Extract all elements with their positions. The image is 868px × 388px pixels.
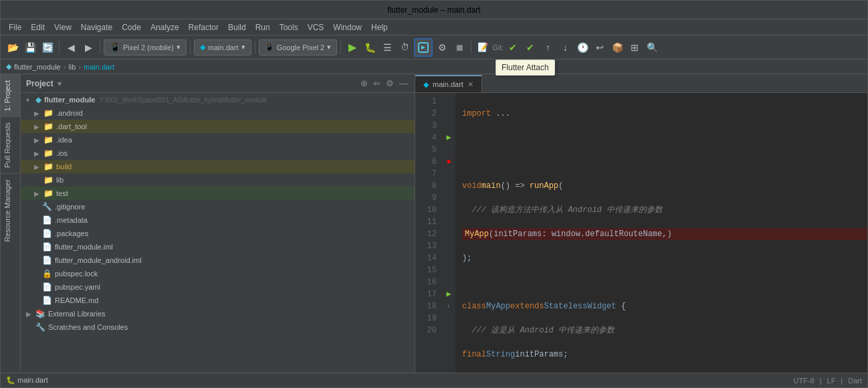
search-everywhere-icon[interactable]: 🔍 xyxy=(644,39,660,56)
line-num-17: 17 xyxy=(415,288,437,300)
menu-window[interactable]: Window xyxy=(329,21,366,33)
git-push-icon[interactable]: ↑ xyxy=(540,39,556,56)
file-selector[interactable]: ◆ main.dart ▾ xyxy=(194,39,251,56)
tree-arrow: ▶ xyxy=(34,110,42,117)
status-line-separator-2: | xyxy=(841,377,843,385)
tree-item-ios[interactable]: ▶ 📁 .ios xyxy=(21,147,415,160)
tree-label: flutter_module.iml xyxy=(55,243,113,251)
gutter-20 xyxy=(442,324,455,336)
coverage-button[interactable]: ☰ xyxy=(379,39,395,56)
line-num-6: 6 xyxy=(415,156,437,168)
collapse-all-icon[interactable]: ⇐ xyxy=(372,77,382,90)
menu-view[interactable]: View xyxy=(50,21,76,33)
tree-item-dart-tool[interactable]: ▶ 📁 .dart_tool xyxy=(21,120,415,133)
tree-item-metadata[interactable]: 📄 .metadata xyxy=(21,213,415,227)
status-line-endings[interactable]: LF xyxy=(827,377,836,385)
build-folder-icon: 📁 xyxy=(43,162,53,171)
tree-item-readme[interactable]: 📄 README.md xyxy=(21,294,415,307)
breadcrumb-part-3[interactable]: main.dart xyxy=(84,63,114,71)
gutter-6: ● xyxy=(442,156,455,168)
line-num-20: 20 xyxy=(415,324,437,336)
breadcrumb-part-2[interactable]: lib xyxy=(68,63,76,71)
menu-build[interactable]: Build xyxy=(224,21,250,33)
locate-file-icon[interactable]: ⊕ xyxy=(359,77,369,90)
tree-item-flutter-android-iml[interactable]: 📄 flutter_module_android.iml xyxy=(21,254,415,267)
tree-item-build[interactable]: ▶ 📁 build xyxy=(21,160,415,173)
profile-button[interactable]: ⏱ xyxy=(397,39,413,56)
status-encoding[interactable]: UTF-8 xyxy=(793,377,814,385)
stop-button[interactable]: ⏹ xyxy=(451,39,467,56)
test-folder-icon: 📁 xyxy=(43,189,53,198)
save-icon[interactable]: 💾 xyxy=(22,39,38,56)
flutter-attach-tooltip-text: Flutter Attach xyxy=(502,63,549,72)
toolbar-separator-6 xyxy=(471,41,471,54)
tree-item-flutter-module[interactable]: ▾ ◆ flutter_module Y:\002_WorkSpace\001_… xyxy=(21,93,415,106)
flutter-attach-button[interactable] xyxy=(414,38,433,57)
flutter-project-icon: ◆ xyxy=(35,95,41,104)
git-shelf-icon[interactable]: 📦 xyxy=(609,39,625,56)
settings-icon[interactable]: ⚙ xyxy=(385,77,395,90)
menu-code[interactable]: Code xyxy=(118,21,145,33)
breadcrumb-part-1[interactable]: flutter_module xyxy=(14,63,61,71)
run-button[interactable]: ▶ xyxy=(344,39,360,56)
line-numbers: 1 2 3 4 5 6 7 8 9 10 11 12 13 14 15 16 1 xyxy=(415,93,442,373)
menu-run[interactable]: Run xyxy=(251,21,274,33)
emulator-selector[interactable]: 📱 Google Pixel 2 ▾ xyxy=(259,39,338,56)
tree-arrow: ▶ xyxy=(34,123,42,130)
tree-item-flutter-module-iml[interactable]: 📄 flutter_module.iml xyxy=(21,240,415,254)
gutter-12 xyxy=(442,228,455,240)
settings-run-icon[interactable]: ⚙ xyxy=(434,39,450,56)
sidebar-tab-project[interactable]: 1: Project xyxy=(1,74,20,116)
git-update-icon[interactable]: ✔ xyxy=(522,39,538,56)
menu-help[interactable]: Help xyxy=(367,21,392,33)
tree-item-test[interactable]: ▶ 📁 test xyxy=(21,187,415,200)
device-selector[interactable]: 📱 Pixel 2 (mobile) ▾ xyxy=(104,39,187,56)
tree-item-pubspec-lock[interactable]: 🔒 pubspec.lock xyxy=(21,267,415,280)
git-check-icon[interactable]: ✔ xyxy=(505,39,521,56)
tree-item-pubspec-yaml[interactable]: 📄 pubspec.yaml xyxy=(21,280,415,294)
menu-refactor[interactable]: Refactor xyxy=(185,21,223,33)
menu-edit[interactable]: Edit xyxy=(27,21,49,33)
tree-item-scratches[interactable]: 🔧 Scratches and Consoles xyxy=(21,320,415,334)
sync-icon[interactable]: 🔄 xyxy=(39,39,56,56)
emulator-name: Google Pixel 2 xyxy=(277,43,325,52)
tree-item-idea[interactable]: ▶ 📁 .idea xyxy=(21,133,415,147)
git-rollback-icon[interactable]: ↩ xyxy=(592,39,608,56)
sidebar-tab-pull-requests[interactable]: Pull Requests xyxy=(1,116,20,173)
iml-icon: 📄 xyxy=(42,242,52,252)
tree-item-android[interactable]: ▶ 📁 .android xyxy=(21,106,415,120)
sidebar-tab-resource-manager[interactable]: Resource Manager xyxy=(1,173,20,248)
tree-item-gitignore[interactable]: 🔧 .gitignore xyxy=(21,200,415,213)
menu-navigate[interactable]: Navigate xyxy=(77,21,116,33)
menu-vcs[interactable]: VCS xyxy=(304,21,328,33)
git-fetch-icon[interactable]: ↓ xyxy=(557,39,573,56)
menu-tools[interactable]: Tools xyxy=(276,21,302,33)
open-folder-icon[interactable]: 📂 xyxy=(5,39,21,56)
forward-icon[interactable]: ▶ xyxy=(80,39,96,56)
code-area[interactable]: import ... void main() => runApp( /// 该构… xyxy=(455,93,867,373)
git-history-icon[interactable]: 🕐 xyxy=(574,39,590,56)
split-icon[interactable]: ⊞ xyxy=(627,39,643,56)
line-num-16: 16 xyxy=(415,276,437,288)
commit-icon[interactable]: 📝 xyxy=(475,39,491,56)
tree-arrow: ▶ xyxy=(26,310,34,318)
menu-analyze[interactable]: Analyze xyxy=(146,21,183,33)
tree-arrow: ▶ xyxy=(34,163,42,171)
close-tab-icon[interactable]: ✕ xyxy=(467,80,473,89)
tree-item-external-libs[interactable]: ▶ 📚 External Libraries xyxy=(21,307,415,320)
tree-item-lib[interactable]: 📁 lib xyxy=(21,173,415,187)
panel-dropdown-arrow[interactable]: ▾ xyxy=(58,79,62,88)
editor-tab-main-dart[interactable]: ◆ main.dart ✕ xyxy=(415,75,482,92)
idea-folder-icon: 📁 xyxy=(43,135,53,144)
debug-button[interactable]: 🐛 xyxy=(362,39,378,56)
flutter-attach-tooltip: Flutter Attach xyxy=(496,60,555,76)
main-window: flutter_module – main.dart File Edit Vie… xyxy=(0,0,868,388)
flutter-icon: ◆ xyxy=(6,62,11,71)
gutter-7 xyxy=(442,168,455,180)
menu-file[interactable]: File xyxy=(5,21,25,33)
tree-item-packages[interactable]: 📄 .packages xyxy=(21,227,415,240)
close-panel-icon[interactable]: — xyxy=(398,77,409,90)
external-libs-icon: 📚 xyxy=(35,309,45,318)
back-icon[interactable]: ◀ xyxy=(63,39,79,56)
lib-folder-icon: 📁 xyxy=(43,175,53,185)
